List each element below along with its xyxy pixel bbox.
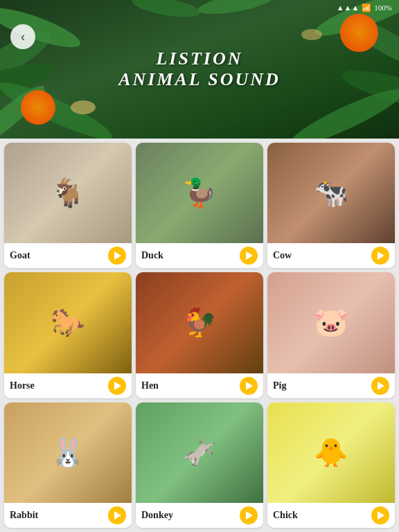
play-button-donkey[interactable]	[240, 506, 258, 524]
animal-grid: 🐐 Goat 🦆 Duck 🐄 Cow	[0, 139, 399, 532]
play-icon-goat	[114, 251, 121, 260]
play-button-horse[interactable]	[108, 377, 126, 395]
animal-image-horse: 🐎	[4, 272, 132, 373]
animal-name-pig: Pig	[273, 380, 286, 391]
animal-emoji-duck: 🦆	[136, 143, 263, 243]
play-icon-rabbit	[114, 511, 121, 520]
animal-image-duck: 🦆	[136, 143, 263, 243]
animal-name-donkey: Donkey	[141, 510, 173, 521]
play-icon-hen	[246, 382, 253, 390]
animal-image-chick: 🐥	[267, 402, 395, 503]
animal-name-horse: Horse	[10, 380, 35, 391]
animal-label-pig: Pig	[267, 373, 395, 398]
svg-point-12	[301, 29, 322, 40]
animal-label-donkey: Donkey	[136, 503, 263, 528]
header: ▲▲▲ 📶 100%	[0, 0, 399, 139]
signal-icon: ▲▲▲	[337, 3, 360, 12]
flower-left	[21, 90, 55, 125]
animal-emoji-rabbit: 🐰	[4, 402, 132, 503]
animal-name-chick: Chick	[273, 510, 298, 521]
animal-image-rabbit: 🐰	[4, 402, 132, 503]
play-icon-horse	[114, 382, 121, 390]
animal-emoji-donkey: 🫏	[136, 402, 263, 503]
animal-card-chick: 🐥 Chick	[267, 402, 395, 528]
status-bar: ▲▲▲ 📶 100%	[0, 0, 399, 15]
animal-emoji-chick: 🐥	[267, 402, 395, 503]
back-button[interactable]: ‹	[10, 24, 35, 49]
svg-point-8	[285, 81, 399, 139]
play-icon-donkey	[246, 511, 253, 520]
title-line1: LISTION	[118, 48, 281, 69]
play-button-cow[interactable]	[371, 247, 389, 265]
play-button-chick[interactable]	[371, 506, 389, 524]
wifi-icon: 📶	[362, 3, 371, 12]
animal-card-duck: 🦆 Duck	[136, 143, 263, 268]
play-button-rabbit[interactable]	[108, 506, 126, 524]
animal-emoji-hen: 🐓	[136, 272, 263, 373]
animal-name-hen: Hen	[141, 380, 159, 391]
animal-label-hen: Hen	[136, 373, 263, 398]
animal-label-rabbit: Rabbit	[4, 503, 132, 528]
animal-image-cow: 🐄	[267, 143, 395, 243]
play-button-goat[interactable]	[108, 247, 126, 265]
play-icon-duck	[246, 251, 253, 260]
animal-card-pig: 🐷 Pig	[267, 272, 395, 398]
svg-point-7	[339, 63, 399, 118]
animal-label-horse: Horse	[4, 373, 132, 398]
animal-image-donkey: 🫏	[136, 402, 263, 503]
animal-name-goat: Goat	[10, 250, 30, 261]
animal-card-goat: 🐐 Goat	[4, 143, 132, 268]
flower-right	[340, 14, 378, 52]
animal-card-cow: 🐄 Cow	[267, 143, 395, 268]
title-line2: ANIMAL SOUND	[118, 69, 281, 90]
play-button-duck[interactable]	[240, 247, 258, 265]
animal-card-horse: 🐎 Horse	[4, 272, 132, 398]
animal-label-goat: Goat	[4, 243, 132, 268]
status-icons: ▲▲▲ 📶 100%	[337, 3, 392, 12]
animal-label-cow: Cow	[267, 243, 395, 268]
animal-image-pig: 🐷	[267, 272, 395, 373]
animal-card-hen: 🐓 Hen	[136, 272, 263, 398]
animal-label-duck: Duck	[136, 243, 263, 268]
play-button-hen[interactable]	[240, 377, 258, 395]
animal-image-goat: 🐐	[4, 143, 132, 243]
play-button-pig[interactable]	[371, 377, 389, 395]
animal-emoji-horse: 🐎	[4, 272, 132, 373]
animal-image-hen: 🐓	[136, 272, 263, 373]
animal-name-cow: Cow	[273, 250, 292, 261]
title-box: LISTION ANIMAL SOUND	[118, 48, 281, 90]
animal-card-donkey: 🫏 Donkey	[136, 402, 263, 528]
animal-emoji-pig: 🐷	[267, 272, 395, 373]
animal-emoji-goat: 🐐	[4, 143, 132, 243]
battery-indicator: 100%	[374, 3, 392, 12]
svg-point-11	[71, 100, 96, 114]
animal-name-rabbit: Rabbit	[10, 510, 38, 521]
svg-point-3	[0, 74, 116, 139]
animal-name-duck: Duck	[141, 250, 163, 261]
play-icon-chick	[378, 511, 384, 520]
animal-label-chick: Chick	[267, 503, 395, 528]
play-icon-cow	[378, 251, 384, 260]
animal-card-rabbit: 🐰 Rabbit	[4, 402, 132, 528]
animal-emoji-cow: 🐄	[267, 143, 395, 243]
play-icon-pig	[378, 382, 384, 390]
